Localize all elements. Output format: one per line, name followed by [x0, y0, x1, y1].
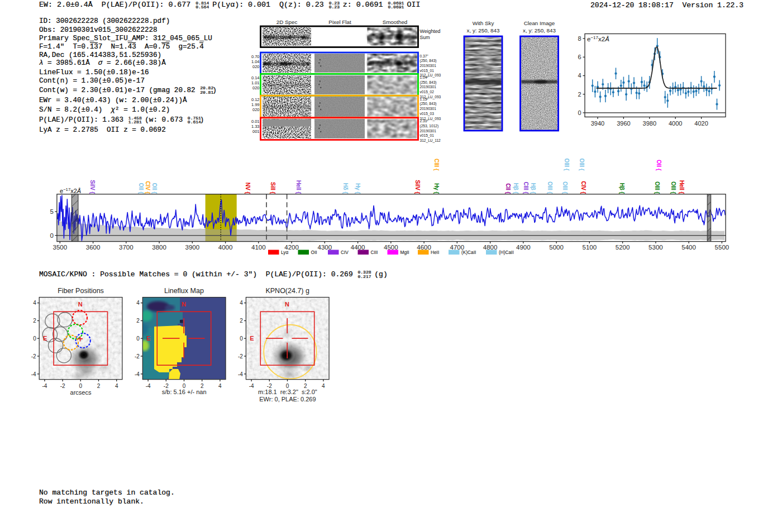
svg-text:OIII {: OIII { [547, 181, 553, 194]
svg-text:1.33: 1.33 [251, 124, 260, 129]
svg-text:4100: 4100 [251, 244, 266, 251]
svg-text:3500: 3500 [53, 244, 68, 251]
svg-text:E: E [250, 335, 254, 342]
svg-text:5100: 5100 [583, 244, 597, 251]
svg-text:3700: 3700 [119, 244, 133, 251]
svg-text:3980: 3980 [643, 120, 656, 127]
svg-text:2: 2 [33, 318, 36, 324]
svg-text:CIII {: CIII { [433, 159, 440, 171]
svg-text:2.31": 2.31" [420, 119, 429, 123]
svg-text:0.12: 0.12 [251, 97, 260, 102]
svg-text:5400: 5400 [681, 244, 696, 251]
svg-text:-4: -4 [249, 383, 254, 389]
svg-text:4: 4 [115, 383, 118, 389]
svg-text:Lineflux Map: Lineflux Map [164, 287, 204, 295]
svg-text:2: 2 [240, 318, 243, 324]
svg-text:Pixel Flat: Pixel Flat [328, 19, 351, 25]
svg-text:4500: 4500 [384, 244, 398, 251]
svg-text:N: N [78, 301, 83, 308]
svg-text:0: 0 [33, 336, 36, 342]
svg-text:OIII {: OIII { [654, 181, 660, 194]
svg-text:s/b: 5.16 +/- nan: s/b: 5.16 +/- nan [162, 389, 207, 395]
svg-text:x, y: 250, 843: x, y: 250, 843 [523, 27, 556, 33]
svg-text:0.37": 0.37" [420, 54, 429, 58]
svg-text:20190301: 20190301 [420, 107, 437, 111]
svg-text:0.01: 0.01 [251, 119, 260, 124]
svg-text:0: 0 [50, 232, 54, 239]
svg-text:NV {: NV { [245, 183, 251, 194]
svg-text:4800: 4800 [483, 244, 498, 251]
svg-text:e−17x2Å: e−17x2Å [60, 187, 81, 194]
svg-text:Hδ {: Hδ { [342, 183, 349, 194]
svg-text:CIV {: CIV { [145, 181, 151, 194]
svg-text:OII {: OII { [138, 183, 144, 194]
svg-text:0.14: 0.14 [251, 75, 260, 80]
svg-text:v015_01: v015_01 [420, 133, 435, 138]
svg-text:-2: -2 [60, 383, 65, 389]
svg-text:CIV: CIV [341, 250, 349, 255]
svg-text:-2: -2 [238, 353, 243, 360]
svg-text:020: 020 [252, 107, 260, 112]
svg-text:x, y: 250, 843: x, y: 250, 843 [467, 27, 500, 33]
svg-text:CIV {: CIV { [580, 181, 586, 194]
svg-text:4900: 4900 [516, 244, 531, 251]
svg-text:2: 2 [578, 91, 581, 98]
svg-text:(250, 843): (250, 843) [420, 102, 437, 106]
svg-text:3600: 3600 [86, 244, 101, 251]
svg-text:4: 4 [33, 300, 36, 306]
svg-text:4: 4 [578, 72, 581, 79]
svg-text:1.04: 1.04 [251, 59, 260, 64]
svg-text:5500: 5500 [715, 244, 729, 251]
svg-text:HeII {: HeII { [295, 180, 302, 194]
svg-text:KPNO(24.7) g: KPNO(24.7) g [265, 287, 309, 295]
svg-text:020: 020 [252, 85, 260, 90]
svg-text:SiII {: SiII { [270, 182, 276, 194]
svg-text:4300: 4300 [318, 244, 332, 251]
svg-text:Hβ {: Hβ { [619, 183, 625, 194]
svg-text:1.99: 1.99 [251, 102, 260, 107]
svg-text:0.70: 0.70 [251, 54, 260, 59]
svg-text:(250, 843): (250, 843) [420, 80, 437, 85]
svg-text:EWr: 0, PLAE: 0.269: EWr: 0, PLAE: 0.269 [259, 396, 316, 402]
svg-text:OIII {: OIII { [564, 158, 570, 170]
svg-text:OIII {: OIII { [670, 181, 676, 194]
svg-text:4600: 4600 [417, 244, 431, 251]
svg-text:-4: -4 [42, 383, 47, 389]
svg-text:E: E [43, 335, 47, 342]
svg-text:N: N [285, 301, 289, 308]
svg-text:-4: -4 [31, 371, 36, 377]
svg-text:OII {: OII { [656, 160, 662, 171]
svg-text:HeII: HeII [431, 250, 439, 255]
svg-text:0: 0 [578, 109, 581, 116]
svg-text:Fiber Positions: Fiber Positions [58, 287, 104, 295]
svg-text:-4: -4 [238, 371, 243, 377]
svg-text:312_LU_112: 312_LU_112 [420, 138, 441, 143]
svg-text:Hγ {: Hγ { [355, 183, 361, 194]
svg-text:020: 020 [252, 64, 260, 69]
svg-text:OII {: OII { [151, 183, 158, 194]
svg-text:3900: 3900 [185, 244, 200, 251]
svg-text:HeII {: HeII { [679, 180, 685, 194]
svg-text:4: 4 [240, 300, 243, 306]
svg-text:4: 4 [218, 383, 222, 389]
svg-text:5: 5 [50, 208, 54, 215]
svg-text:5200: 5200 [616, 244, 630, 251]
svg-text:0: 0 [136, 336, 140, 342]
svg-text:5300: 5300 [649, 244, 663, 251]
svg-text:3800: 3800 [152, 244, 166, 251]
svg-text:4400: 4400 [351, 244, 365, 251]
svg-text:v015_02: v015_02 [420, 90, 435, 94]
svg-text:SiIV {: SiIV { [414, 180, 421, 194]
svg-text:(H)CaII: (H)CaII [499, 250, 514, 255]
svg-text:-2: -2 [31, 353, 36, 360]
svg-text:1.01: 1.01 [251, 80, 260, 85]
svg-text:v015_03: v015_03 [420, 112, 435, 116]
svg-text:CIII: CIII [371, 250, 378, 255]
svg-text:2: 2 [136, 318, 140, 324]
svg-text:E: E [146, 335, 150, 342]
svg-text:Smoothed: Smoothed [383, 19, 408, 25]
svg-text:0: 0 [240, 336, 243, 342]
svg-text:m:18.1 re:3.2" s:2.0": m:18.1 re:3.2" s:2.0" [258, 389, 317, 395]
svg-text:4000: 4000 [669, 120, 682, 127]
svg-text:OIII {: OIII { [579, 158, 585, 170]
